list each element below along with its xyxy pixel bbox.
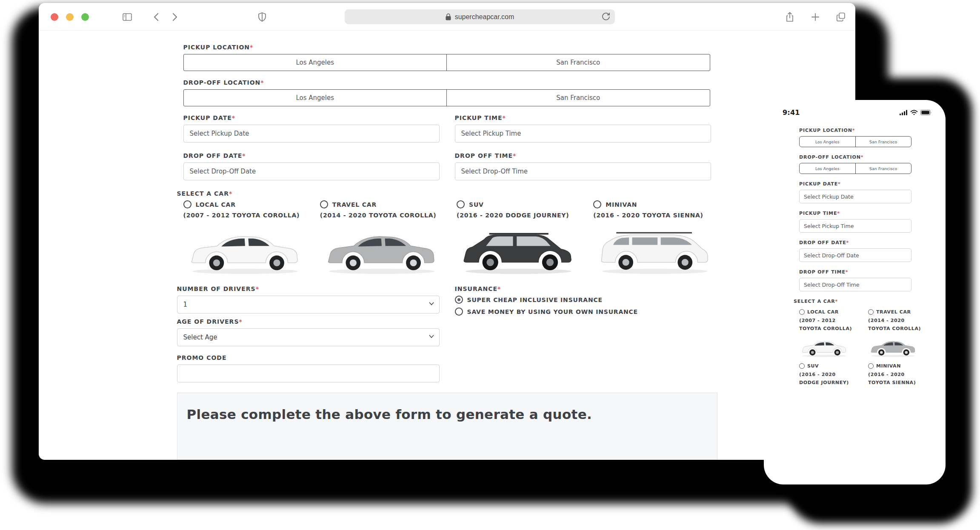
close-window-button[interactable] [51,13,58,21]
minivan-radio[interactable] [593,200,601,208]
phone-select-car-label: SELECT A CAR* [794,299,946,304]
minivan-image [593,228,717,278]
pickup-time-input[interactable] [455,125,711,142]
local-car-radio[interactable] [183,200,191,208]
number-of-drivers-value: 1 [183,301,188,308]
pickup-time-label: PICKUP TIME* [455,115,711,121]
dropoff-date-input[interactable] [183,162,440,180]
pickup-location-los-angeles[interactable]: Los Angeles [184,54,447,71]
suv-image [457,228,580,278]
back-button[interactable] [151,12,161,22]
phone-local-car-radio[interactable] [799,309,805,315]
phone-status-icons [900,110,932,115]
travel-car-image [320,228,443,278]
phone-minivan-name: MINIVAN [876,363,901,369]
travel-car-radio[interactable] [320,200,328,208]
phone-status-time: 9:41 [783,108,800,117]
dropoff-date-label: DROP OFF DATE* [183,153,440,159]
phone-travel-car-name: TRAVEL CAR [876,309,911,315]
privacy-shield-icon[interactable] [257,12,267,22]
number-of-drivers-select[interactable]: 1 [177,296,440,313]
reload-icon[interactable] [602,12,610,21]
insurance-group: INSURANCE* SUPER CHEAP INCLUSIVE INSURAN… [455,286,717,382]
insurance-inclusive-radio[interactable] [455,296,463,304]
dropoff-location-toggle: Los Angeles San Francisco [183,89,710,106]
phone-minivan-details: (2016 - 2020 TOYOTA SIENNA) [868,370,924,387]
phone-dropoff-location-los-angeles[interactable]: Los Angeles [800,163,855,174]
chevron-down-icon [429,302,434,305]
phone-pickup-location-toggle: Los Angeles San Francisco [799,136,911,147]
phone-local-car-image [799,338,849,359]
phone-travel-car-image [868,338,918,359]
phone-dropoff-date-label: DROP OFF DATE* [799,240,946,245]
url-text: supercheapcar.com [455,13,514,21]
minimize-window-button[interactable] [66,13,74,21]
insurance-inclusive-label: SUPER CHEAP INCLUSIVE INSURANCE [467,296,603,303]
tab-overview-icon[interactable] [836,12,846,22]
local-car-image [183,228,307,278]
phone-pickup-location-san-francisco[interactable]: San Francisco [855,137,911,147]
phone-dropoff-location-san-francisco[interactable]: San Francisco [855,163,911,174]
phone-local-car-details: (2007 - 2012 TOYOTA COROLLA) [799,316,855,333]
dropoff-time-group: DROP OFF TIME* [455,153,711,180]
dropoff-location-label: DROP-OFF LOCATION* [183,80,717,85]
age-of-drivers-label: AGE OF DRIVERS* [177,319,440,325]
insurance-own-label: SAVE MONEY BY USING YOUR OWN INSURANCE [467,308,638,315]
age-of-drivers-select[interactable]: Select Age [177,328,440,346]
maximize-window-button[interactable] [81,13,89,21]
phone-car-option-travel: TRAVEL CAR (2014 - 2020 TOYOTA COROLLA) … [868,309,924,387]
dropoff-location-group: DROP-OFF LOCATION* Los Angeles San Franc… [183,80,717,106]
forward-button[interactable] [170,12,180,22]
phone-suv-name: SUV [807,363,819,369]
phone-pickup-location-los-angeles[interactable]: Los Angeles [800,137,855,147]
phone-mockup: 9:41 [764,100,946,484]
sidebar-toggle-icon[interactable] [122,12,132,22]
dropoff-time-input[interactable] [455,162,711,180]
insurance-own-radio[interactable] [455,308,463,316]
dropoff-location-san-francisco[interactable]: San Francisco [446,90,710,106]
travel-car-details: (2014 - 2020 TOYOTA COROLLA) [320,211,444,219]
share-icon[interactable] [785,12,795,22]
phone-local-car-name: LOCAL CAR [807,309,839,315]
promo-code-input[interactable] [177,365,440,382]
pickup-time-group: PICKUP TIME* [455,115,711,142]
suv-details: (2016 - 2020 DODGE JOURNEY) [457,211,580,219]
phone-travel-car-details: (2014 - 2020 TOYOTA COROLLA) [868,316,924,333]
phone-minivan-radio[interactable] [868,363,874,369]
minivan-details: (2016 - 2020 TOYOTA SIENNA) [593,211,717,219]
phone-dropoff-time-input[interactable] [799,278,911,291]
dropoff-date-group: DROP OFF DATE* [183,153,440,180]
pickup-date-group: PICKUP DATE* [183,115,440,142]
car-option-local: LOCAL CAR (2007 - 2012 TOYOTA COROLLA) [183,200,307,278]
phone-dropoff-date-input[interactable] [799,248,911,262]
phone-suv-radio[interactable] [799,363,805,369]
pickup-location-san-francisco[interactable]: San Francisco [446,54,710,71]
new-tab-icon[interactable] [810,12,820,22]
phone-pickup-date-input[interactable] [799,190,911,203]
suv-radio[interactable] [457,200,465,208]
phone-suv-details: (2016 - 2020 DODGE JOURNEY) [799,370,855,387]
pickup-location-toggle: Los Angeles San Francisco [183,54,710,71]
age-of-drivers-value: Select Age [183,333,217,341]
pickup-date-input[interactable] [183,125,440,142]
quote-message-box: Please complete the above form to genera… [177,393,717,460]
chevron-down-icon [429,335,434,338]
booking-form: PICKUP LOCATION* Los Angeles San Francis… [177,31,717,460]
stage: supercheapcar.com [0,0,980,530]
signal-icon [900,110,908,115]
car-option-suv: SUV (2016 - 2020 DODGE JOURNEY) [457,200,580,278]
travel-car-name: TRAVEL CAR [332,201,377,208]
local-car-details: (2007 - 2012 TOYOTA COROLLA) [183,211,307,219]
car-option-minivan: MINIVAN (2016 - 2020 TOYOTA SIENNA) [593,200,717,278]
phone-pickup-time-label: PICKUP TIME* [799,211,946,216]
insurance-label: INSURANCE* [455,286,717,292]
phone-form: PICKUP LOCATION* Los Angeles San Francis… [764,117,946,387]
dropoff-location-los-angeles[interactable]: Los Angeles [184,90,447,106]
browser-window: supercheapcar.com [39,3,855,460]
address-bar[interactable]: supercheapcar.com [345,9,615,24]
phone-car-option-local: LOCAL CAR (2007 - 2012 TOYOTA COROLLA) S… [799,309,855,387]
phone-pickup-time-input[interactable] [799,219,911,233]
local-car-name: LOCAL CAR [196,201,236,208]
phone-travel-car-radio[interactable] [868,309,874,315]
number-of-drivers-label: NUMBER OF DRIVERS* [177,286,440,292]
